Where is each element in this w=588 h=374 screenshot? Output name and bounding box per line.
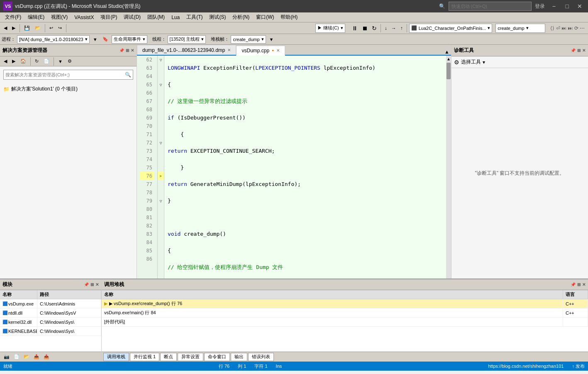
- modules-tb-btn5[interactable]: 📤: [41, 352, 51, 362]
- se-home-btn[interactable]: 🏠: [18, 57, 28, 66]
- login-button[interactable]: 登录: [535, 3, 545, 10]
- diagnostic-close-icon[interactable]: ✕: [582, 48, 586, 53]
- diagnostic-dock-icon[interactable]: ⊞: [577, 48, 581, 53]
- gutter-86: [158, 255, 164, 263]
- tab-vsdump[interactable]: vsDump.cpp ● ✕: [236, 46, 285, 56]
- tab-vsdump-close[interactable]: ✕: [276, 48, 280, 53]
- menu-test[interactable]: 测试(S): [206, 13, 229, 22]
- quick-launch-input[interactable]: [449, 2, 532, 11]
- callstack-close-icon[interactable]: ✕: [582, 282, 586, 287]
- modules-pin-icon[interactable]: 📌: [84, 282, 89, 287]
- line-67: return EXCEPTION_CONTINUE_SEARCH;: [168, 147, 443, 155]
- callstack-dock-icon[interactable]: ⊞: [577, 282, 581, 287]
- se-forward-btn[interactable]: ▶: [10, 57, 17, 66]
- thread-dropdown[interactable]: ⬛ Lua2C_Character_OnPathFinis... ▾: [409, 24, 493, 33]
- minimize-button[interactable]: －: [548, 2, 560, 11]
- modules-row-1[interactable]: 🟦 ntdll.dll C:\Windows\SysV: [0, 308, 101, 318]
- thread-expand-icon[interactable]: ▼: [268, 37, 276, 42]
- gear-icon[interactable]: ⚙: [454, 59, 459, 66]
- close-button[interactable]: ✕: [575, 3, 585, 10]
- code-scroll[interactable]: 62 63 64 65 66 67 68 69 70 71 72 73 74 7…: [137, 56, 451, 279]
- cs-tab-command[interactable]: 命令窗口: [204, 353, 230, 361]
- cs-tab-breakpoints[interactable]: 断点: [160, 353, 177, 361]
- cs-row-0[interactable]: ▶ ▶ vsDump.exe!create_dump() 行 76 C++: [102, 299, 588, 308]
- cs-tab-parallel[interactable]: 并行监视 1: [130, 353, 159, 361]
- gutter-70: [158, 122, 164, 130]
- modules-tb-btn4[interactable]: 📥: [32, 352, 41, 362]
- scrollbar-up[interactable]: ▲: [443, 49, 451, 55]
- menu-view[interactable]: 视图(V): [48, 13, 71, 22]
- thread-select[interactable]: [13520] 主线程 ▾: [168, 35, 206, 44]
- menu-edit[interactable]: 编辑(E): [24, 13, 48, 22]
- scrollbar-thumb[interactable]: [446, 63, 451, 79]
- modules-row-3[interactable]: 🟦 KERNELBASE.... C:\Windows\Sys\: [0, 327, 101, 336]
- continue-dropdown[interactable]: ▶ 继续(C) ▾: [315, 24, 345, 33]
- modules-dock-icon[interactable]: ⊞: [90, 282, 94, 287]
- title-bar-left: VS vsDump.cpp (正在调试) - Microsoft Visual …: [3, 2, 141, 11]
- process-dropdown[interactable]: [N/A] dump_file_v1.0-20180623 ▾: [17, 35, 90, 44]
- menu-debug[interactable]: 调试(D): [120, 13, 144, 22]
- step-over-icon[interactable]: →: [390, 25, 398, 31]
- modules-row-0[interactable]: 🟦 vsDump.exe C:\Users\Adminis: [0, 299, 101, 308]
- cs-row-2[interactable]: [外部代码]: [102, 318, 588, 327]
- menu-window[interactable]: 窗口(W): [253, 13, 277, 22]
- undo-button[interactable]: ↩: [47, 24, 55, 33]
- stack-frame-select[interactable]: create_dump ▾: [231, 35, 266, 44]
- toolbar-sep3: [66, 24, 66, 32]
- line-label: 线程：: [149, 36, 166, 42]
- se-settings-btn[interactable]: ⚙: [66, 57, 74, 66]
- diagnostic-pin-icon[interactable]: 📌: [571, 48, 576, 53]
- modules-tb-btn2[interactable]: 📄: [12, 352, 22, 362]
- menu-help[interactable]: 帮助(H): [277, 13, 301, 22]
- se-refresh-btn[interactable]: ↻: [33, 57, 41, 66]
- callstack-col-header: 名称 语言: [102, 290, 588, 299]
- back-button[interactable]: ◀: [2, 24, 9, 33]
- code-editor[interactable]: 62 63 64 65 66 67 68 69 70 71 72 73 74 7…: [137, 56, 451, 279]
- debug-icon1[interactable]: ⏸: [350, 25, 359, 32]
- se-back-btn[interactable]: ◀: [2, 57, 9, 66]
- save-all-button[interactable]: 📂: [33, 24, 43, 33]
- se-new-btn[interactable]: 📄: [41, 57, 51, 66]
- step-into-icon[interactable]: ↓: [383, 25, 389, 31]
- scrollbar-up-arrow[interactable]: ▲: [446, 56, 451, 62]
- modules-tb-btn3[interactable]: 📂: [22, 352, 32, 362]
- tab-dmp-close[interactable]: ✕: [227, 48, 231, 52]
- menu-vassistx[interactable]: VAssistX: [71, 14, 97, 21]
- code-scrollbar[interactable]: ▲ ▼: [446, 56, 451, 279]
- code-content[interactable]: LONG WINAPI ExceptionFilter(LPEXCEPTION_…: [164, 56, 446, 279]
- maximize-button[interactable]: □: [563, 3, 571, 10]
- tree-item-solution[interactable]: 📁 解决方案'Solution1' (0 个项目): [2, 85, 135, 93]
- cs-tab-callstack[interactable]: 调用堆栈: [103, 353, 129, 361]
- modules-close-icon[interactable]: ✕: [95, 282, 99, 287]
- stack-dropdown[interactable]: create_dump ▾: [495, 24, 545, 33]
- cs-row-1[interactable]: vsDump.exe!main() 行 84 C++: [102, 308, 588, 318]
- solution-search-input[interactable]: [4, 70, 123, 79]
- se-dock-icon[interactable]: ⊞: [126, 48, 129, 53]
- status-send[interactable]: ↑ 发布: [572, 363, 585, 369]
- modules-row-2[interactable]: 🟦 kernel32.dll C:\Windows\Sys\: [0, 318, 101, 327]
- menu-file[interactable]: 文件(F): [2, 13, 24, 22]
- menu-team[interactable]: 团队(M): [144, 13, 168, 22]
- se-filter-btn[interactable]: ▼: [56, 57, 65, 66]
- debug-icon3[interactable]: ↻: [370, 25, 378, 32]
- tab-dmp[interactable]: dump_file_v1.0-...80623-123940.dmp ✕: [137, 45, 236, 55]
- cs-tab-output[interactable]: 输出: [231, 353, 247, 361]
- menu-lua[interactable]: Lua: [168, 14, 183, 21]
- cs-tab-errors[interactable]: 错误列表: [248, 353, 274, 361]
- callstack-pin-icon[interactable]: 📌: [571, 282, 576, 287]
- se-close-icon[interactable]: ✕: [131, 48, 134, 53]
- modules-tb-btn1[interactable]: 📷: [2, 352, 12, 362]
- menu-tools[interactable]: 工具(T): [183, 13, 206, 22]
- forward-button[interactable]: ▶: [10, 24, 17, 33]
- lifecycle-dropdown[interactable]: 生命周期事件 ▾: [112, 35, 147, 44]
- menu-project[interactable]: 项目(P): [97, 13, 120, 22]
- cs-tab-exceptions[interactable]: 异常设置: [178, 353, 203, 361]
- diagnostic-content: "诊断工具" 窗口不支持当前的调试配置。: [451, 68, 588, 279]
- redo-button[interactable]: ↪: [56, 24, 64, 33]
- save-button[interactable]: 💾: [22, 24, 32, 33]
- pin-icon[interactable]: 📌: [119, 48, 124, 53]
- select-tool-chevron[interactable]: ▾: [483, 59, 485, 65]
- step-out-icon[interactable]: ↑: [399, 25, 405, 31]
- debug-icon2[interactable]: ⏹: [360, 25, 369, 32]
- menu-analyze[interactable]: 分析(N): [229, 13, 253, 22]
